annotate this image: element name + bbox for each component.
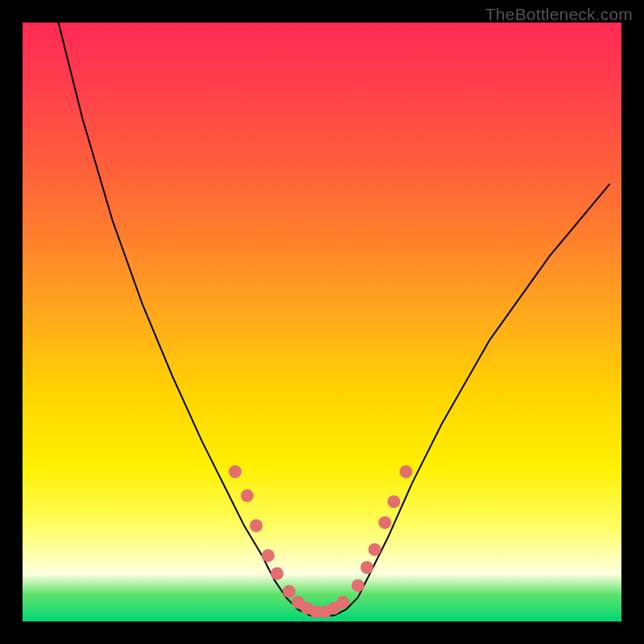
marker-dot: [229, 465, 242, 478]
marker-dot: [250, 519, 262, 532]
watermark-text: TheBottleneck.com: [485, 5, 633, 24]
marker-dot: [361, 561, 374, 574]
marker-dots: [23, 23, 621, 621]
marker-dot: [352, 579, 365, 592]
marker-dot: [369, 543, 382, 556]
marker-dot: [262, 549, 275, 562]
marker-dot: [378, 516, 391, 529]
marker-dot: [387, 495, 400, 508]
plot-area: [23, 23, 621, 621]
marker-dot: [336, 596, 349, 609]
chart-frame: TheBottleneck.com: [0, 0, 644, 644]
marker-dot: [283, 585, 295, 598]
marker-dot: [270, 568, 283, 580]
marker-dot: [241, 489, 254, 502]
marker-dot: [399, 465, 412, 478]
